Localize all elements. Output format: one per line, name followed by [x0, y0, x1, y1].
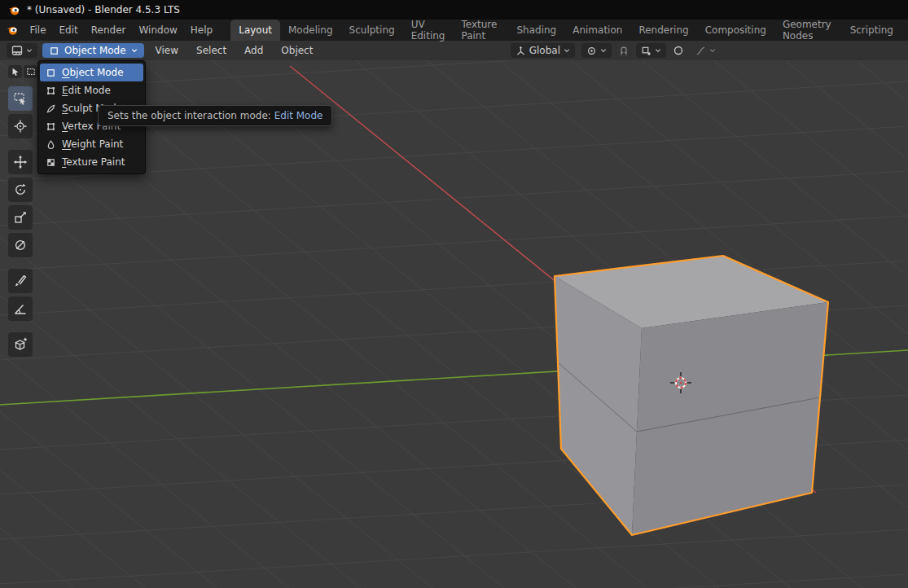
menu-file[interactable]: File: [23, 22, 52, 38]
tab-sculpting[interactable]: Sculpting: [341, 20, 403, 41]
menu-render[interactable]: Render: [85, 22, 133, 38]
cube[interactable]: [555, 256, 828, 535]
tool-measure[interactable]: [8, 296, 33, 321]
chevron-down-icon: [131, 47, 138, 54]
rotate-icon: [13, 182, 28, 197]
tab-animation[interactable]: Animation: [564, 20, 630, 41]
proportional-falloff-dropdown[interactable]: [691, 43, 721, 58]
mode-selector-button[interactable]: Object Mode: [42, 43, 144, 58]
viewport-3d[interactable]: Object Mode Edit Mode Sculpt Mode: [0, 60, 908, 588]
header-right-controls: Global: [511, 43, 721, 58]
orientation-label: Global: [529, 45, 560, 56]
measure-icon: [13, 301, 28, 316]
tab-compositing[interactable]: Compositing: [697, 20, 774, 41]
snap-target-icon: [641, 46, 651, 56]
tool-move[interactable]: [8, 150, 33, 174]
chevron-down-icon: [26, 47, 33, 54]
transform-orientation-dropdown[interactable]: Global: [511, 43, 575, 58]
tab-layout[interactable]: Layout: [230, 20, 280, 41]
snap-toggle-magnet-icon[interactable]: [618, 45, 629, 56]
tab-shading[interactable]: Shading: [508, 20, 564, 41]
annotate-icon: [13, 274, 28, 288]
tab-scripting[interactable]: Scripting: [842, 20, 901, 41]
chevron-down-icon: [709, 47, 716, 54]
marquee-icon: [26, 67, 36, 77]
object-mode-icon: [46, 68, 56, 78]
mode-item-object-mode[interactable]: Object Mode: [40, 64, 143, 81]
menu-select[interactable]: Select: [190, 43, 233, 58]
menu-object[interactable]: Object: [274, 43, 319, 58]
menu-edit[interactable]: Edit: [53, 22, 85, 38]
tool-annotate[interactable]: [8, 269, 33, 293]
tool-options-mini: [8, 65, 37, 78]
pivot-point-dropdown[interactable]: [581, 43, 612, 58]
menu-window[interactable]: Window: [133, 22, 184, 38]
menu-add[interactable]: Add: [238, 43, 270, 58]
tool-select-box[interactable]: [8, 86, 33, 111]
editor-type-icon: [11, 45, 23, 56]
tool-add-primitive[interactable]: [8, 332, 33, 357]
mode-item-texture-paint[interactable]: Texture Paint: [40, 153, 143, 171]
select-box-icon: [13, 91, 28, 106]
snap-target-dropdown[interactable]: [636, 43, 666, 58]
tab-rendering[interactable]: Rendering: [630, 20, 696, 41]
tab-geometry-nodes[interactable]: Geometry Nodes: [774, 20, 842, 41]
tooltip: Sets the object interaction mode: Edit M…: [98, 105, 332, 126]
weight-paint-icon: [46, 139, 56, 150]
mode-item-edit-mode[interactable]: Edit Mode: [40, 81, 143, 99]
tool-tweak-mini-button[interactable]: [8, 65, 22, 78]
vertex-paint-icon: [46, 121, 56, 132]
blender-logo[interactable]: [7, 24, 18, 37]
tool-transform[interactable]: [8, 233, 33, 257]
tool-rotate[interactable]: [8, 178, 33, 202]
add-cube-icon: [13, 337, 28, 352]
tab-modeling[interactable]: Modeling: [280, 20, 341, 41]
orientation-icon: [515, 46, 526, 56]
tool-cursor[interactable]: [8, 114, 33, 138]
pivot-icon: [586, 46, 597, 56]
cursor-icon: [13, 119, 28, 134]
workspace-tabs: Layout Modeling Sculpting UV Editing Tex…: [230, 20, 901, 41]
tool-select-mini-button[interactable]: [24, 65, 37, 78]
chevron-down-icon: [564, 47, 570, 54]
scale-icon: [13, 210, 28, 225]
object-mode-icon: [49, 46, 59, 56]
menu-view[interactable]: View: [149, 43, 185, 58]
sculpt-mode-icon: [46, 103, 56, 114]
viewport-header: Object Mode View Select Add Object Globa…: [0, 41, 908, 60]
edit-mode-icon: [46, 86, 56, 96]
menu-help[interactable]: Help: [184, 22, 219, 38]
chevron-down-icon: [655, 47, 661, 54]
menubar: File Edit Render Window Help Layout Mode…: [0, 20, 908, 41]
tab-uv-editing[interactable]: UV Editing: [403, 20, 454, 41]
cursor-arrow-icon: [11, 67, 20, 77]
texture-paint-icon: [46, 157, 56, 168]
tooltip-value: Edit Mode: [274, 110, 323, 121]
editor-type-button[interactable]: [7, 43, 37, 58]
window-title: * (Unsaved) - Blender 4.5.3 LTS: [27, 4, 180, 15]
transform-icon: [13, 238, 28, 252]
mode-item-weight-paint[interactable]: Weight Paint: [40, 135, 143, 153]
tool-scale[interactable]: [8, 205, 33, 230]
tooltip-text: Sets the object interaction mode:: [107, 110, 271, 121]
tab-texture-paint[interactable]: Texture Paint: [453, 20, 508, 41]
titlebar: * (Unsaved) - Blender 4.5.3 LTS: [0, 0, 908, 20]
proportional-editing-icon[interactable]: [673, 45, 684, 56]
toolbar: [8, 65, 37, 357]
falloff-icon: [695, 46, 706, 56]
mode-selector-label: Object Mode: [64, 45, 126, 56]
chevron-down-icon: [600, 47, 607, 54]
blender-window: * (Unsaved) - Blender 4.5.3 LTS File Edi…: [0, 0, 908, 588]
blender-logo: [8, 4, 20, 16]
move-icon: [13, 155, 28, 169]
